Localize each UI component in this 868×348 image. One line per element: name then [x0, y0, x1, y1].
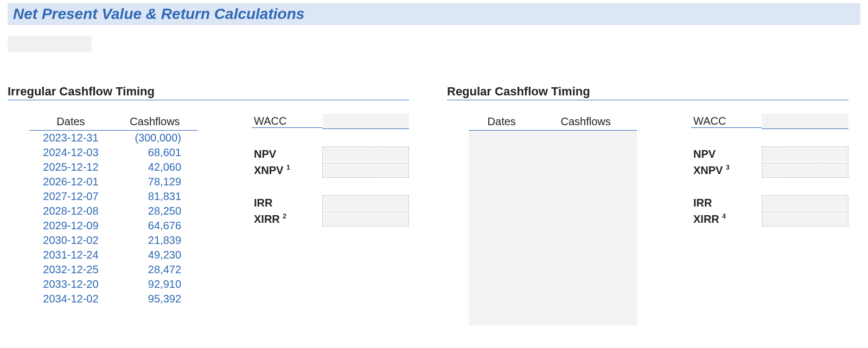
date-cell: 2032-12-25: [29, 262, 112, 277]
subheading-placeholder: [8, 36, 92, 52]
cashflow-cell: 28,472: [112, 262, 197, 277]
table-row: 2032-12-2528,472: [29, 262, 197, 277]
section-regular-title: Regular Cashflow Timing: [447, 85, 848, 100]
table-row: 2024-12-0368,601: [29, 145, 197, 160]
section-regular: Regular Cashflow Timing Dates Cashflows: [447, 85, 848, 326]
cashflow-cell: 81,831: [112, 189, 197, 204]
xirr-value[interactable]: [322, 211, 409, 227]
date-cell: 2027-12-07: [29, 189, 112, 204]
table-row: 2031-12-2449,230: [29, 248, 197, 262]
irregular-cashflow-table: Dates Cashflows 2023-12-31(300,000)2024-…: [29, 113, 197, 306]
irr-value[interactable]: [762, 195, 848, 210]
date-cell: 2026-12-01: [29, 175, 112, 189]
table-row: 2027-12-0781,831: [29, 189, 197, 204]
cashflow-cell: 42,060: [112, 160, 197, 175]
col-header-cashflows: Cashflows: [112, 113, 197, 131]
xirr-value[interactable]: [762, 211, 848, 227]
cashflow-cell: (300,000): [112, 131, 197, 146]
regular-cashflow-table: Dates Cashflows: [469, 113, 637, 326]
npv-label: NPV: [252, 148, 322, 160]
cashflow-cell: 95,392: [112, 292, 197, 306]
title-bar: Net Present Value & Return Calculations: [8, 3, 860, 25]
cashflow-cell: 28,250: [112, 204, 197, 218]
xirr-label: XIRR 2: [252, 212, 322, 225]
table-row: 2023-12-31(300,000): [29, 131, 197, 146]
cashflow-cell: 92,910: [112, 277, 197, 292]
date-cell: 2023-12-31: [29, 131, 112, 146]
date-cell: 2034-12-02: [29, 292, 112, 306]
irr-label: IRR: [691, 197, 762, 209]
col-header-dates: Dates: [469, 113, 534, 131]
irr-label: IRR: [252, 197, 322, 209]
section-irregular: Irregular Cashflow Timing Dates Cashflow…: [8, 85, 409, 306]
wacc-label: WACC: [691, 115, 762, 128]
date-cell: 2028-12-08: [29, 204, 112, 218]
col-header-dates: Dates: [29, 113, 112, 131]
table-row: [469, 131, 637, 326]
table-row: 2026-12-0178,129: [29, 175, 197, 189]
cashflow-cell: 68,601: [112, 145, 197, 160]
date-cell: 2030-12-02: [29, 233, 112, 248]
wacc-value[interactable]: [762, 114, 848, 129]
table-row: 2033-12-2092,910: [29, 277, 197, 292]
xnpv-label: XNPV 3: [691, 164, 762, 177]
npv-label: NPV: [691, 148, 762, 160]
npv-value[interactable]: [762, 146, 848, 162]
cashflow-cell: 78,129: [112, 175, 197, 189]
cashflow-cell: 49,230: [112, 248, 197, 262]
date-cell: 2029-12-09: [29, 218, 112, 233]
xnpv-value[interactable]: [762, 163, 848, 178]
empty-body-placeholder: [469, 131, 637, 326]
xnpv-value[interactable]: [322, 163, 409, 178]
wacc-value[interactable]: [322, 114, 409, 129]
cashflow-cell: 64,676: [112, 218, 197, 233]
col-header-cashflows: Cashflows: [534, 113, 637, 131]
table-row: 2034-12-0295,392: [29, 292, 197, 306]
table-row: 2030-12-0221,839: [29, 233, 197, 248]
table-row: 2029-12-0964,676: [29, 218, 197, 233]
page-title: Net Present Value & Return Calculations: [13, 5, 855, 23]
irr-value[interactable]: [322, 195, 409, 210]
table-row: 2025-12-1242,060: [29, 160, 197, 175]
cashflow-cell: 21,839: [112, 233, 197, 248]
regular-metrics: WACC NPV XNPV 3 IRR XIRR 4: [691, 113, 848, 227]
date-cell: 2024-12-03: [29, 145, 112, 160]
section-irregular-title: Irregular Cashflow Timing: [8, 85, 409, 100]
date-cell: 2031-12-24: [29, 248, 112, 262]
xirr-label: XIRR 4: [691, 212, 762, 225]
date-cell: 2025-12-12: [29, 160, 112, 175]
table-row: 2028-12-0828,250: [29, 204, 197, 218]
npv-value[interactable]: [322, 146, 409, 162]
irregular-metrics: WACC NPV XNPV 1 IRR XIRR 2: [252, 113, 409, 227]
sections-container: Irregular Cashflow Timing Dates Cashflow…: [0, 52, 868, 326]
wacc-label: WACC: [252, 115, 322, 128]
date-cell: 2033-12-20: [29, 277, 112, 292]
xnpv-label: XNPV 1: [252, 164, 322, 177]
